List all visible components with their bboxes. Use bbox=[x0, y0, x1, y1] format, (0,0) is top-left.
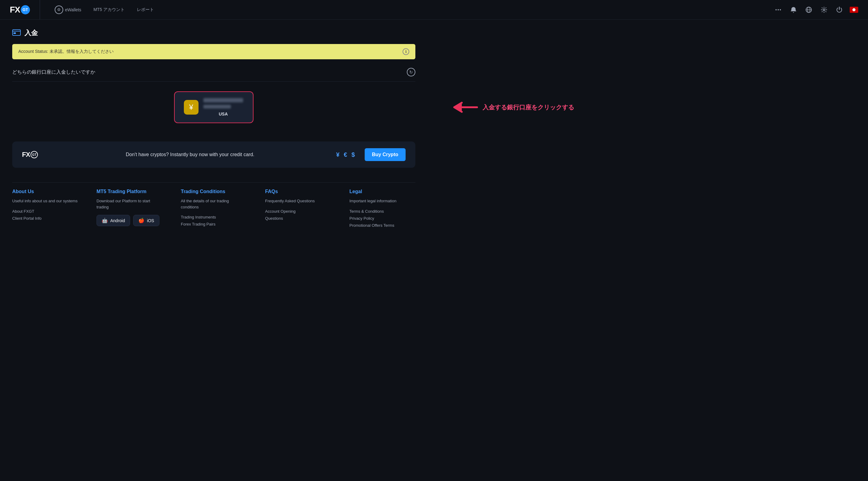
footer-links: About Us Useful info about us and our sy… bbox=[12, 182, 415, 242]
arrow-shape bbox=[453, 100, 480, 115]
footer-desc-faq: Frequently Asked Questions bbox=[265, 198, 331, 204]
bell-icon[interactable] bbox=[788, 5, 798, 15]
dashboard-icon: ⚙ bbox=[55, 5, 63, 14]
svg-point-6 bbox=[823, 9, 825, 11]
account-number-blurred bbox=[204, 105, 231, 109]
nav-item-mt5[interactable]: MT5 アカウント bbox=[89, 5, 129, 15]
footer-logo-fx: FX bbox=[22, 151, 30, 159]
footer-link-terms[interactable]: Terms & Conditions bbox=[349, 209, 415, 214]
logo-fx: FX bbox=[10, 5, 20, 15]
arrow-annotation: 入金する銀行口座をクリックする bbox=[453, 100, 574, 115]
annotation-text: 入金する銀行口座をクリックする bbox=[483, 103, 574, 112]
globe-icon[interactable] bbox=[804, 5, 814, 15]
header-right bbox=[773, 5, 858, 15]
footer-desc-trading: All the details of our trading condition… bbox=[181, 198, 247, 210]
footer-title-faq: FAQs bbox=[265, 189, 331, 194]
account-region: USA bbox=[204, 112, 243, 116]
svg-point-0 bbox=[775, 9, 777, 10]
footer-title-mt5: MT5 Trading Platform bbox=[96, 189, 162, 194]
page-title-area: 入金 bbox=[12, 28, 415, 38]
nav-item-ewallet[interactable]: ⚙ eWallets bbox=[50, 3, 86, 17]
crypto-bar: FX GT Don't have cryptos? Instantly buy … bbox=[12, 142, 415, 168]
crypto-promo-text: Don't have cryptos? Instantly buy now wi… bbox=[50, 152, 330, 157]
account-card[interactable]: ¥ USA bbox=[174, 91, 253, 123]
currency-euro[interactable]: € bbox=[344, 151, 347, 158]
footer-col-legal: Legal Important legal information Terms … bbox=[349, 189, 415, 230]
footer-desc-about: Useful info about us and our systems bbox=[12, 198, 78, 204]
footer-link-trading-instruments[interactable]: Trading Instruments bbox=[181, 215, 247, 219]
footer-columns: About Us Useful info about us and our sy… bbox=[12, 189, 415, 230]
section-question: どちらの銀行口座に入金したいですか bbox=[12, 69, 95, 76]
footer-logo: FX GT bbox=[22, 151, 38, 159]
android-button[interactable]: 🤖 Android bbox=[96, 215, 130, 226]
refresh-icon[interactable]: ↻ bbox=[407, 68, 415, 77]
footer-col-about: About Us Useful info about us and our sy… bbox=[12, 189, 78, 230]
currency-dollar[interactable]: $ bbox=[351, 151, 355, 158]
account-name-blurred bbox=[204, 98, 243, 102]
flag-icon[interactable] bbox=[850, 7, 858, 13]
android-icon: 🤖 bbox=[102, 218, 108, 223]
nav-items: ⚙ eWallets MT5 アカウント レポート bbox=[50, 3, 773, 17]
footer-title-about: About Us bbox=[12, 189, 78, 194]
footer-link-about-fxgt[interactable]: About FXGT bbox=[12, 209, 78, 214]
footer-desc-mt5: Download our Platform to start trading bbox=[96, 198, 162, 210]
footer-col-faq: FAQs Frequently Asked Questions Account … bbox=[265, 189, 331, 230]
nav-item-report[interactable]: レポート bbox=[132, 5, 159, 15]
buy-crypto-button[interactable]: Buy Crypto bbox=[365, 148, 406, 161]
footer-link-questions[interactable]: Questions bbox=[265, 216, 331, 221]
ios-label: iOS bbox=[147, 218, 154, 223]
nav-label-report: レポート bbox=[137, 7, 154, 12]
page-title: 入金 bbox=[25, 28, 38, 38]
footer-title-legal: Legal bbox=[349, 189, 415, 194]
footer-link-account-opening[interactable]: Account Opening bbox=[265, 209, 331, 214]
apple-icon: 🍎 bbox=[138, 218, 145, 223]
svg-rect-8 bbox=[13, 32, 16, 34]
svg-point-2 bbox=[780, 9, 781, 10]
footer-title-trading: Trading Conditions bbox=[181, 189, 247, 194]
android-label: Android bbox=[110, 218, 125, 223]
header: FXGT ⚙ eWallets MT5 アカウント レポート bbox=[0, 0, 868, 20]
footer-col-mt5: MT5 Trading Platform Download our Platfo… bbox=[96, 189, 162, 230]
svg-point-1 bbox=[778, 9, 779, 10]
more-icon[interactable] bbox=[773, 5, 783, 15]
account-info: USA bbox=[204, 98, 243, 116]
main-content: 入金 Account Status: 未承認。情報を入力してください ℹ どちら… bbox=[0, 20, 428, 251]
crypto-currencies: ¥ € $ bbox=[336, 151, 354, 158]
footer-link-client-portal[interactable]: Client Portal Info bbox=[12, 216, 78, 221]
logo-area: FXGT bbox=[10, 0, 40, 19]
currency-yen[interactable]: ¥ bbox=[336, 151, 339, 158]
deposit-icon bbox=[12, 28, 21, 38]
footer-desc-legal: Important legal information bbox=[349, 198, 415, 204]
settings-icon[interactable] bbox=[819, 5, 829, 15]
logo-gt: GT bbox=[21, 5, 30, 14]
account-cards-area: ¥ USA 入金する銀行口座をクリックする bbox=[12, 91, 415, 123]
footer-col-trading: Trading Conditions All the details of ou… bbox=[181, 189, 247, 230]
nav-label-ewallet: eWallets bbox=[65, 7, 81, 12]
alert-info-icon[interactable]: ℹ bbox=[403, 48, 409, 55]
power-icon[interactable] bbox=[834, 5, 844, 15]
section-title-row: どちらの銀行口座に入金したいですか ↻ bbox=[12, 68, 415, 82]
alert-bar: Account Status: 未承認。情報を入力してください ℹ bbox=[12, 44, 415, 59]
currency-icon: ¥ bbox=[184, 100, 198, 115]
footer-logo-gt: GT bbox=[31, 151, 38, 158]
footer-link-privacy[interactable]: Privacy Policy bbox=[349, 216, 415, 221]
footer-link-forex-pairs[interactable]: Forex Trading Pairs bbox=[181, 222, 247, 227]
alert-text: Account Status: 未承認。情報を入力してください bbox=[18, 49, 114, 54]
nav-label-mt5: MT5 アカウント bbox=[93, 7, 125, 12]
platform-buttons: 🤖 Android 🍎 iOS bbox=[96, 215, 162, 226]
footer-link-promotional[interactable]: Promotional Offers Terms bbox=[349, 223, 415, 228]
ios-button[interactable]: 🍎 iOS bbox=[133, 215, 159, 226]
